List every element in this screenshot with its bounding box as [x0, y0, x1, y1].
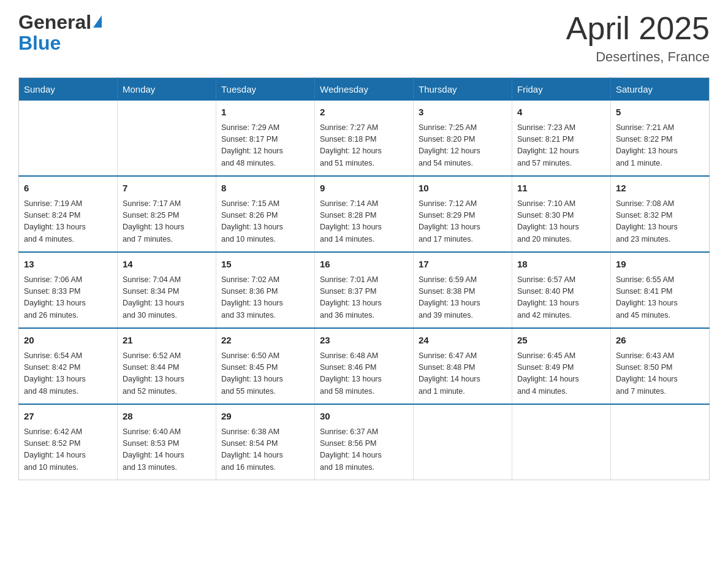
day-number: 11	[517, 182, 605, 196]
col-header-friday: Friday	[512, 78, 611, 101]
col-header-monday: Monday	[118, 78, 216, 101]
day-number: 8	[221, 182, 309, 196]
day-info: Sunrise: 6:45 AM Sunset: 8:49 PM Dayligh…	[517, 350, 605, 398]
calendar-cell: 19Sunrise: 6:55 AM Sunset: 8:41 PM Dayli…	[611, 252, 710, 328]
logo-triangle-icon	[93, 15, 102, 28]
day-number: 6	[24, 182, 112, 196]
calendar-cell: 28Sunrise: 6:40 AM Sunset: 8:53 PM Dayli…	[118, 404, 216, 480]
calendar-title: April 2025	[566, 12, 710, 44]
day-number: 3	[419, 105, 507, 120]
calendar-week-row: 20Sunrise: 6:54 AM Sunset: 8:42 PM Dayli…	[19, 328, 710, 404]
calendar-cell: 23Sunrise: 6:48 AM Sunset: 8:46 PM Dayli…	[315, 328, 414, 404]
day-number: 20	[24, 334, 112, 348]
day-number: 4	[517, 105, 605, 120]
calendar-cell	[512, 404, 611, 480]
calendar-cell: 15Sunrise: 7:02 AM Sunset: 8:36 PM Dayli…	[216, 252, 315, 328]
calendar-week-row: 1Sunrise: 7:29 AM Sunset: 8:17 PM Daylig…	[19, 101, 710, 176]
day-number: 5	[616, 105, 704, 120]
calendar-cell: 6Sunrise: 7:19 AM Sunset: 8:24 PM Daylig…	[19, 176, 118, 252]
day-number: 15	[221, 258, 309, 272]
calendar-cell: 26Sunrise: 6:43 AM Sunset: 8:50 PM Dayli…	[611, 328, 710, 404]
calendar-cell: 10Sunrise: 7:12 AM Sunset: 8:29 PM Dayli…	[414, 176, 512, 252]
day-info: Sunrise: 7:27 AM Sunset: 8:18 PM Dayligh…	[320, 122, 408, 170]
day-info: Sunrise: 6:47 AM Sunset: 8:48 PM Dayligh…	[419, 350, 507, 398]
calendar-cell: 13Sunrise: 7:06 AM Sunset: 8:33 PM Dayli…	[19, 252, 118, 328]
day-number: 22	[221, 334, 309, 348]
calendar-cell: 21Sunrise: 6:52 AM Sunset: 8:44 PM Dayli…	[118, 328, 216, 404]
calendar-cell: 11Sunrise: 7:10 AM Sunset: 8:30 PM Dayli…	[512, 176, 611, 252]
calendar-cell: 7Sunrise: 7:17 AM Sunset: 8:25 PM Daylig…	[118, 176, 216, 252]
page-header: General Blue April 2025 Desertines, Fran…	[18, 12, 710, 65]
day-number: 21	[123, 334, 211, 348]
logo: General Blue	[18, 12, 102, 53]
calendar-cell: 14Sunrise: 7:04 AM Sunset: 8:34 PM Dayli…	[118, 252, 216, 328]
calendar-cell: 24Sunrise: 6:47 AM Sunset: 8:48 PM Dayli…	[414, 328, 512, 404]
day-number: 10	[419, 182, 507, 196]
day-number: 18	[517, 258, 605, 272]
calendar-week-row: 13Sunrise: 7:06 AM Sunset: 8:33 PM Dayli…	[19, 252, 710, 328]
calendar-cell: 20Sunrise: 6:54 AM Sunset: 8:42 PM Dayli…	[19, 328, 118, 404]
calendar-cell: 29Sunrise: 6:38 AM Sunset: 8:54 PM Dayli…	[216, 404, 315, 480]
calendar-cell: 30Sunrise: 6:37 AM Sunset: 8:56 PM Dayli…	[315, 404, 414, 480]
calendar-cell	[414, 404, 512, 480]
day-info: Sunrise: 7:19 AM Sunset: 8:24 PM Dayligh…	[24, 198, 112, 246]
calendar-table: SundayMondayTuesdayWednesdayThursdayFrid…	[18, 77, 710, 480]
calendar-cell: 4Sunrise: 7:23 AM Sunset: 8:21 PM Daylig…	[512, 101, 611, 176]
col-header-thursday: Thursday	[414, 78, 512, 101]
day-info: Sunrise: 6:50 AM Sunset: 8:45 PM Dayligh…	[221, 350, 309, 398]
day-number: 17	[419, 258, 507, 272]
calendar-cell	[611, 404, 710, 480]
day-number: 1	[221, 105, 309, 120]
logo-blue: Blue	[18, 33, 61, 53]
day-info: Sunrise: 6:57 AM Sunset: 8:40 PM Dayligh…	[517, 274, 605, 322]
day-number: 7	[123, 182, 211, 196]
day-info: Sunrise: 6:38 AM Sunset: 8:54 PM Dayligh…	[221, 426, 309, 474]
day-info: Sunrise: 6:37 AM Sunset: 8:56 PM Dayligh…	[320, 426, 408, 474]
day-info: Sunrise: 6:52 AM Sunset: 8:44 PM Dayligh…	[123, 350, 211, 398]
day-number: 27	[24, 410, 112, 424]
day-info: Sunrise: 6:54 AM Sunset: 8:42 PM Dayligh…	[24, 350, 112, 398]
day-number: 28	[123, 410, 211, 424]
day-info: Sunrise: 7:08 AM Sunset: 8:32 PM Dayligh…	[616, 198, 704, 246]
calendar-header-row: SundayMondayTuesdayWednesdayThursdayFrid…	[19, 78, 710, 101]
calendar-week-row: 27Sunrise: 6:42 AM Sunset: 8:52 PM Dayli…	[19, 404, 710, 480]
day-number: 12	[616, 182, 704, 196]
calendar-cell: 12Sunrise: 7:08 AM Sunset: 8:32 PM Dayli…	[611, 176, 710, 252]
day-info: Sunrise: 6:43 AM Sunset: 8:50 PM Dayligh…	[616, 350, 704, 398]
day-info: Sunrise: 6:48 AM Sunset: 8:46 PM Dayligh…	[320, 350, 408, 398]
col-header-tuesday: Tuesday	[216, 78, 315, 101]
day-info: Sunrise: 7:21 AM Sunset: 8:22 PM Dayligh…	[616, 122, 704, 170]
day-number: 19	[616, 258, 704, 272]
day-info: Sunrise: 6:55 AM Sunset: 8:41 PM Dayligh…	[616, 274, 704, 322]
calendar-cell: 25Sunrise: 6:45 AM Sunset: 8:49 PM Dayli…	[512, 328, 611, 404]
day-number: 25	[517, 334, 605, 348]
day-info: Sunrise: 7:25 AM Sunset: 8:20 PM Dayligh…	[419, 122, 507, 170]
day-number: 23	[320, 334, 408, 348]
calendar-cell: 9Sunrise: 7:14 AM Sunset: 8:28 PM Daylig…	[315, 176, 414, 252]
calendar-cell: 8Sunrise: 7:15 AM Sunset: 8:26 PM Daylig…	[216, 176, 315, 252]
day-info: Sunrise: 6:42 AM Sunset: 8:52 PM Dayligh…	[24, 426, 112, 474]
calendar-location: Desertines, France	[566, 49, 710, 65]
col-header-saturday: Saturday	[611, 78, 710, 101]
calendar-cell: 16Sunrise: 7:01 AM Sunset: 8:37 PM Dayli…	[315, 252, 414, 328]
day-info: Sunrise: 7:15 AM Sunset: 8:26 PM Dayligh…	[221, 198, 309, 246]
calendar-cell: 22Sunrise: 6:50 AM Sunset: 8:45 PM Dayli…	[216, 328, 315, 404]
calendar-cell: 5Sunrise: 7:21 AM Sunset: 8:22 PM Daylig…	[611, 101, 710, 176]
day-info: Sunrise: 7:02 AM Sunset: 8:36 PM Dayligh…	[221, 274, 309, 322]
calendar-cell: 2Sunrise: 7:27 AM Sunset: 8:18 PM Daylig…	[315, 101, 414, 176]
day-info: Sunrise: 7:06 AM Sunset: 8:33 PM Dayligh…	[24, 274, 112, 322]
calendar-cell: 17Sunrise: 6:59 AM Sunset: 8:38 PM Dayli…	[414, 252, 512, 328]
calendar-week-row: 6Sunrise: 7:19 AM Sunset: 8:24 PM Daylig…	[19, 176, 710, 252]
day-info: Sunrise: 7:29 AM Sunset: 8:17 PM Dayligh…	[221, 122, 309, 170]
calendar-cell: 18Sunrise: 6:57 AM Sunset: 8:40 PM Dayli…	[512, 252, 611, 328]
day-info: Sunrise: 7:04 AM Sunset: 8:34 PM Dayligh…	[123, 274, 211, 322]
logo-general: General	[18, 12, 91, 32]
day-number: 16	[320, 258, 408, 272]
day-info: Sunrise: 6:59 AM Sunset: 8:38 PM Dayligh…	[419, 274, 507, 322]
day-info: Sunrise: 7:17 AM Sunset: 8:25 PM Dayligh…	[123, 198, 211, 246]
day-info: Sunrise: 7:10 AM Sunset: 8:30 PM Dayligh…	[517, 198, 605, 246]
day-number: 24	[419, 334, 507, 348]
day-info: Sunrise: 6:40 AM Sunset: 8:53 PM Dayligh…	[123, 426, 211, 474]
day-info: Sunrise: 7:23 AM Sunset: 8:21 PM Dayligh…	[517, 122, 605, 170]
calendar-cell	[118, 101, 216, 176]
